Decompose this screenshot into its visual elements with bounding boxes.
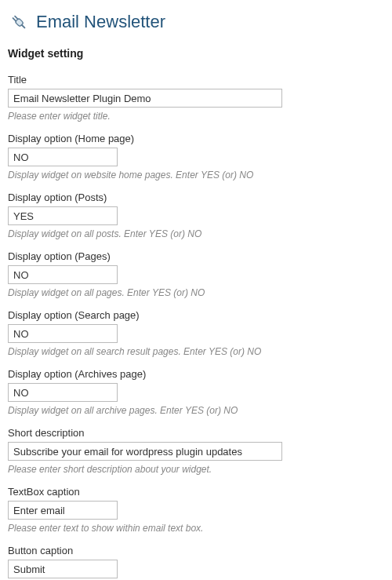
search-label: Display option (Search page) (8, 309, 384, 321)
field-pages: Display option (Pages) Display widget on… (8, 250, 384, 298)
short-desc-label: Short description (8, 427, 384, 439)
archives-input[interactable] (8, 383, 118, 402)
field-title: Title Please enter widget title. (8, 74, 384, 122)
field-home: Display option (Home page) Display widge… (8, 133, 384, 181)
textbox-caption-input[interactable] (8, 501, 118, 520)
page-title: Email Newsletter (36, 12, 165, 32)
home-input[interactable] (8, 148, 118, 166)
button-caption-label: Button caption (8, 545, 384, 556)
field-textbox-caption: TextBox caption Please enter text to sho… (8, 486, 384, 534)
title-help: Please enter widget title. (8, 111, 384, 122)
home-label: Display option (Home page) (8, 133, 384, 144)
short-desc-help: Please enter short description about you… (8, 464, 384, 475)
title-input[interactable] (8, 89, 282, 108)
pages-label: Display option (Pages) (8, 250, 384, 262)
field-posts: Display option (Posts) Display widget on… (8, 192, 384, 239)
home-help: Display widget on website home pages. En… (8, 170, 384, 181)
title-label: Title (8, 74, 384, 86)
search-help: Display widget on all search result page… (8, 346, 384, 357)
textbox-caption-label: TextBox caption (8, 486, 384, 498)
pages-input[interactable] (8, 265, 118, 284)
pages-help: Display widget on all pages. Enter YES (… (8, 287, 384, 298)
plug-icon (8, 11, 30, 33)
field-short-desc: Short description Please enter short des… (8, 427, 384, 475)
search-input[interactable] (8, 324, 118, 343)
field-archives: Display option (Archives page) Display w… (8, 368, 384, 416)
svg-line-3 (22, 25, 25, 28)
short-desc-input[interactable] (8, 442, 282, 461)
field-button-caption: Button caption Please enter text to show… (8, 545, 384, 580)
archives-help: Display widget on all archive pages. Ent… (8, 405, 384, 416)
archives-label: Display option (Archives page) (8, 368, 384, 380)
posts-input[interactable] (8, 206, 118, 225)
page-header: Email Newsletter (8, 8, 384, 33)
field-search: Display option (Search page) Display wid… (8, 309, 384, 357)
svg-line-2 (15, 16, 18, 20)
posts-label: Display option (Posts) (8, 192, 384, 203)
svg-line-1 (13, 18, 16, 21)
textbox-caption-help: Please enter text to show within email t… (8, 523, 384, 534)
section-heading: Widget setting (8, 47, 384, 60)
button-caption-input[interactable] (8, 560, 118, 578)
posts-help: Display widget on all posts. Enter YES (… (8, 228, 384, 239)
